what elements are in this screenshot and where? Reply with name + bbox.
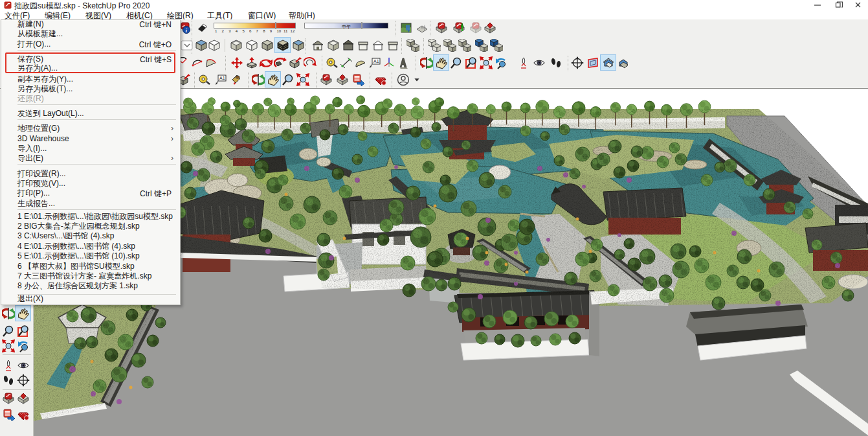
- svg-text:A1: A1: [373, 59, 379, 63]
- svg-text:A1: A1: [219, 76, 225, 80]
